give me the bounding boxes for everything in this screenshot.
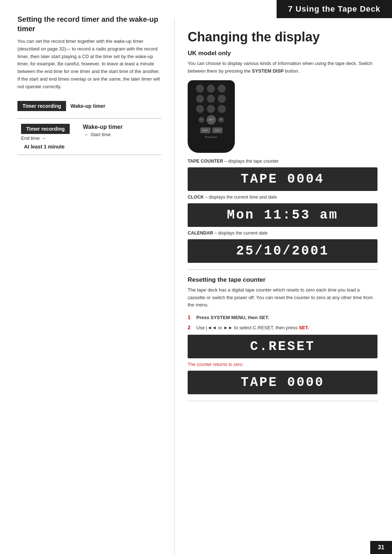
reset-counter-title: Resetting the tape counter bbox=[188, 276, 377, 284]
timer-row-1: Timer recording Wake-up timer bbox=[17, 101, 161, 111]
tape-counter-desc: – displays the tape counter bbox=[224, 159, 278, 164]
counter-returns-caption: The counter returns to zero. bbox=[188, 362, 377, 367]
step-2: 2 Use |◄◄ or ►► to select C.RESET, then … bbox=[188, 324, 377, 331]
start-time-row: ← Start time bbox=[83, 132, 111, 137]
page-number: 31 bbox=[370, 541, 392, 554]
left-section-title: Setting the record timer and the wake-up… bbox=[17, 15, 161, 33]
arrow-right-icon: → bbox=[41, 135, 46, 141]
remote-btn-6 bbox=[218, 95, 226, 103]
chapter-header: 7 Using the Tape Deck bbox=[277, 0, 392, 18]
step-1: 1 Press SYSTEM MENU, then SET. bbox=[188, 314, 377, 321]
calendar-label: CALENDAR bbox=[188, 231, 213, 236]
remote-control-image: − SET + MENU DISP Pioneer bbox=[188, 80, 235, 153]
system-disp-bold: SYSTEM DISP bbox=[252, 68, 283, 74]
remote-minus-btn: − bbox=[199, 117, 204, 123]
wakeup-label-1: Wake-up timer bbox=[70, 103, 105, 109]
clock-caption: CLOCK – displays the current time and da… bbox=[188, 195, 377, 200]
main-title: Changing the display bbox=[188, 29, 377, 45]
calendar-caption: CALENDAR – displays the current date bbox=[188, 231, 377, 236]
remote-bottom-row: MENU DISP bbox=[200, 127, 222, 133]
calendar-display: 25/10/2001 bbox=[188, 239, 377, 263]
remote-btn-4 bbox=[196, 95, 204, 103]
remote-mid-row: − SET + bbox=[199, 115, 224, 125]
remote-menu-btn: MENU bbox=[200, 127, 211, 133]
clock-label: CLOCK bbox=[188, 195, 204, 200]
timer-recording-badge-1: Timer recording bbox=[17, 101, 66, 111]
wakeup-label-2: Wake-up timer bbox=[83, 124, 123, 130]
step-2-number: 2 bbox=[188, 325, 194, 330]
step-1-text: Press SYSTEM MENU, then SET. bbox=[196, 314, 269, 321]
arrow-left-icon: ← bbox=[84, 132, 89, 137]
clock-desc: – displays the current time and date bbox=[205, 195, 277, 200]
at-least-label: At least 1 minute bbox=[21, 144, 158, 150]
pioneer-brand-text: Pioneer bbox=[205, 135, 218, 139]
right-column: Changing the display UK model only You c… bbox=[174, 18, 392, 554]
remote-plus-btn: + bbox=[218, 117, 224, 123]
clock-display: Mon 11:53 am bbox=[188, 203, 377, 227]
system-disp-suffix: button. bbox=[285, 68, 299, 74]
uk-model-title: UK model only bbox=[188, 50, 377, 57]
remote-top-buttons bbox=[196, 85, 226, 113]
timer-recording-badge-2: Timer recording bbox=[21, 124, 70, 134]
calendar-desc: – displays the current date bbox=[215, 231, 268, 236]
timer-row2-right: Wake-up timer ← Start time bbox=[78, 124, 123, 137]
divider-2 bbox=[188, 401, 377, 401]
remote-btn-7 bbox=[196, 105, 204, 113]
remote-btn-8 bbox=[207, 105, 215, 113]
remote-btn-5 bbox=[207, 95, 215, 103]
remote-btn-9 bbox=[218, 105, 226, 113]
reset-counter-body: The tape deck has a digital tape counter… bbox=[188, 286, 377, 309]
timer-row-2: Timer recording End time → Wake-up timer… bbox=[21, 124, 158, 141]
remote-btn-3 bbox=[218, 85, 226, 93]
tape-zero-display: TAPE 0000 bbox=[188, 371, 377, 394]
start-time-label: Start time bbox=[90, 132, 111, 137]
divider-1 bbox=[188, 269, 377, 270]
remote-disp-btn: DISP bbox=[212, 127, 222, 133]
remote-set-btn: SET bbox=[207, 115, 216, 125]
chapter-title: Using the Tape Deck bbox=[295, 4, 380, 13]
timer-diagram-1: Timer recording Wake-up timer bbox=[17, 101, 161, 111]
left-column: Setting the record timer and the wake-up… bbox=[0, 0, 174, 541]
creset-display: C.RESET bbox=[188, 335, 377, 358]
tape-counter-label: TAPE COUNTER bbox=[188, 159, 223, 164]
chapter-number: 7 bbox=[288, 4, 293, 13]
tape-counter-display: TAPE 0004 bbox=[188, 167, 377, 191]
step-1-number: 1 bbox=[188, 314, 194, 320]
step-2-text: Use |◄◄ or ►► to select C.RESET, then pr… bbox=[196, 324, 309, 331]
remote-btn-1 bbox=[196, 85, 204, 93]
uk-model-body: You can choose to display various kinds … bbox=[188, 60, 377, 75]
end-time-label: End time bbox=[21, 135, 40, 141]
end-start-row: End time → bbox=[21, 135, 47, 141]
remote-btn-2 bbox=[207, 85, 215, 93]
timer-row2-left: Timer recording End time → bbox=[21, 124, 74, 141]
tape-counter-caption: TAPE COUNTER – displays the tape counter bbox=[188, 159, 377, 164]
timer-diagram-2: Timer recording End time → Wake-up timer… bbox=[17, 118, 161, 155]
left-section-body: You can set the record timer together wi… bbox=[17, 38, 161, 91]
